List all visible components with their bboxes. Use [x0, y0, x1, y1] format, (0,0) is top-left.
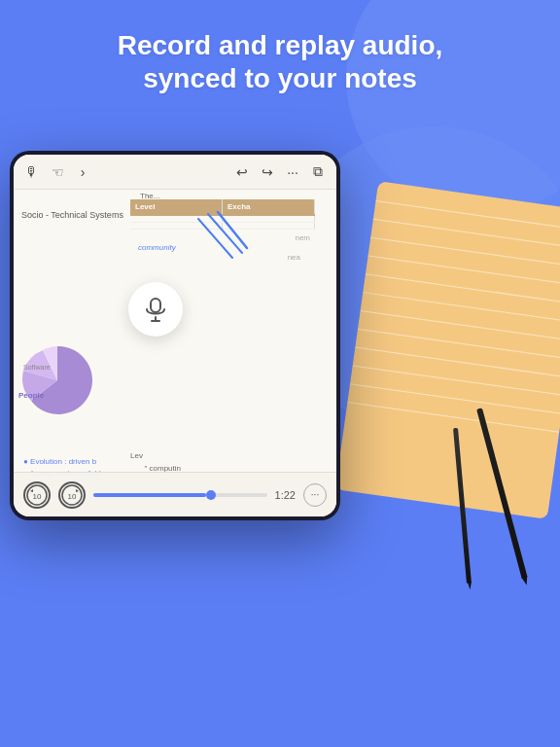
- redo-icon[interactable]: ↪: [259, 163, 276, 181]
- header-title: Record and replay audio, synced to your …: [0, 29, 560, 94]
- pie-chart-svg: [18, 341, 96, 419]
- forward-icon: 10: [61, 484, 83, 506]
- mic-button[interactable]: [128, 282, 183, 337]
- stylus-tip-1: [521, 576, 529, 586]
- header-line1: Record and replay audio,: [118, 30, 443, 60]
- more-icon[interactable]: ···: [284, 163, 301, 181]
- progress-bar[interactable]: [93, 493, 267, 497]
- nea-label: nea: [288, 253, 300, 262]
- svg-rect-3: [151, 299, 160, 312]
- progress-dot: [206, 490, 216, 500]
- stylus-tip-2: [467, 582, 472, 589]
- hand-drawn-lines: [193, 209, 252, 267]
- toolbar-right: ↩ ↪ ··· ⧉: [233, 163, 327, 181]
- nem-label: nem: [295, 233, 310, 242]
- header-section: Record and replay audio, synced to your …: [0, 29, 560, 94]
- tablet-screen: 🎙 ☜ › ↩ ↪ ··· ⧉ The... Socio - Technical…: [14, 155, 336, 516]
- notepad-line: [355, 347, 560, 378]
- undo-icon[interactable]: ↩: [233, 163, 251, 181]
- hand-icon[interactable]: ☜: [49, 163, 66, 181]
- mic-icon: [142, 296, 169, 323]
- notepad-line: [375, 200, 560, 231]
- notepad-line: [353, 365, 560, 396]
- notepad-lines: [335, 200, 560, 519]
- player-time: 1:22: [275, 489, 296, 501]
- copy-icon[interactable]: ⧉: [309, 163, 327, 181]
- sidebar-text: Socio - Technical Systems: [21, 209, 123, 222]
- background: · · · · · Record and replay audio, synce…: [0, 0, 560, 747]
- pie-chart: [18, 341, 106, 429]
- rewind-icon: 10: [26, 484, 48, 506]
- notepad-line: [350, 383, 560, 414]
- note-content: The... Socio - Technical Systems volutio…: [14, 190, 336, 516]
- svg-text:10: 10: [33, 492, 42, 501]
- community-label: community: [138, 243, 176, 252]
- audio-player[interactable]: 10 10: [14, 472, 336, 516]
- more-options-button[interactable]: ···: [303, 483, 327, 507]
- svg-text:10: 10: [68, 492, 77, 501]
- pie-label-people: People: [18, 391, 44, 400]
- forward-button[interactable]: 10: [58, 481, 86, 509]
- dots-decoration: · · · · ·: [19, 117, 78, 123]
- tablet-frame: 🎙 ☜ › ↩ ↪ ··· ⧉ The... Socio - Technical…: [10, 151, 340, 520]
- rewind-button[interactable]: 10: [23, 481, 51, 509]
- header-line2: synced to your notes: [143, 63, 417, 93]
- toolbar-left: 🎙 ☜ ›: [23, 163, 226, 181]
- progress-fill: [93, 493, 206, 497]
- mic-toolbar-icon[interactable]: 🎙: [23, 163, 41, 181]
- toolbar: 🎙 ☜ › ↩ ↪ ··· ⧉: [14, 155, 336, 190]
- level-bottom-text: Lev: [130, 451, 143, 460]
- sidebar-label: Socio - Technical Systems: [21, 210, 123, 220]
- pie-label-software: Software: [23, 364, 51, 371]
- chevron-right-icon[interactable]: ›: [74, 163, 91, 181]
